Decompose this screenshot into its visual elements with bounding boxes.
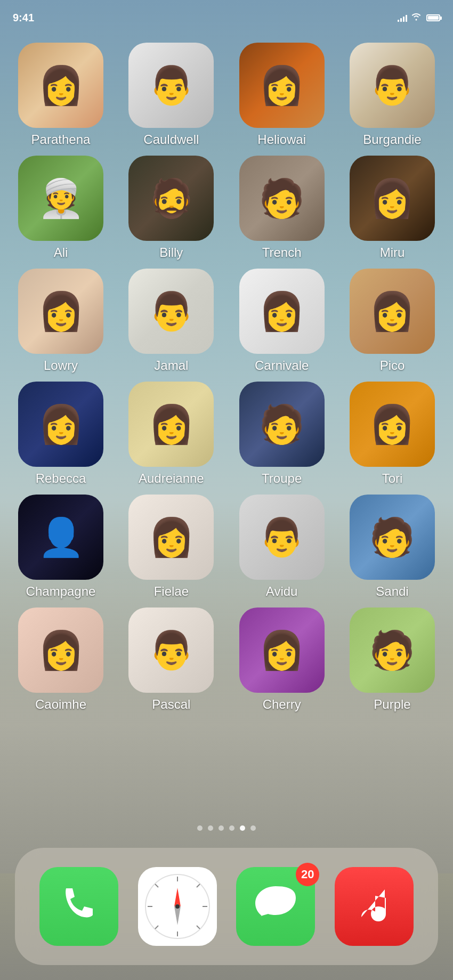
phone-icon	[58, 884, 100, 929]
app-icon-fielae[interactable]: 👩	[128, 495, 214, 580]
app-label-avidu: Avidu	[266, 584, 298, 599]
app-icon-pico[interactable]: 👩	[350, 269, 435, 354]
app-item-fielae[interactable]: 👩 Fielae	[125, 495, 217, 599]
music-app-icon[interactable]	[335, 867, 414, 946]
app-row-3: 👩 Rebecca 👩 Audreianne 🧑 Troupe 👩 Tori	[15, 382, 438, 486]
app-icon-lowry[interactable]: 👩	[18, 269, 103, 354]
avatar-face-cauldwell: 👨	[128, 43, 214, 128]
app-row-5: 👩 Caoimhe 👨 Pascal 👩 Cherry 🧑 Purple	[15, 608, 438, 712]
app-item-champagne[interactable]: 👤 Champagne	[15, 495, 107, 599]
avatar-face-troupe: 🧑	[239, 382, 325, 467]
app-icon-trench[interactable]: 🧑	[239, 156, 325, 241]
app-icon-parathena[interactable]: 👩	[18, 43, 103, 128]
app-item-tori[interactable]: 👩 Tori	[346, 382, 438, 486]
app-icon-troupe[interactable]: 🧑	[239, 382, 325, 467]
app-item-audreianne[interactable]: 👩 Audreianne	[125, 382, 217, 486]
avatar-face-pascal: 👨	[128, 608, 214, 693]
avatar-face-heliowai: 👩	[239, 43, 325, 128]
status-bar: 9:41	[0, 0, 453, 29]
signal-icon	[398, 14, 407, 22]
avatar-face-carnivale: 👩	[239, 269, 325, 354]
app-item-pascal[interactable]: 👨 Pascal	[125, 608, 217, 712]
page-dot-4[interactable]	[240, 825, 245, 831]
app-label-ali: Ali	[54, 245, 68, 260]
app-item-jamal[interactable]: 👨 Jamal	[125, 269, 217, 373]
app-icon-rebecca[interactable]: 👩	[18, 382, 103, 467]
app-item-parathena[interactable]: 👩 Parathena	[15, 43, 107, 147]
app-row-2: 👩 Lowry 👨 Jamal 👩 Carnivale 👩 Pico	[15, 269, 438, 373]
avatar-face-fielae: 👩	[128, 495, 214, 580]
app-item-caoimhe[interactable]: 👩 Caoimhe	[15, 608, 107, 712]
page-dots	[0, 825, 453, 831]
app-label-rebecca: Rebecca	[36, 471, 86, 486]
app-item-billy[interactable]: 🧔 Billy	[125, 156, 217, 260]
app-item-purple[interactable]: 🧑 Purple	[346, 608, 438, 712]
avatar-face-champagne: 👤	[18, 495, 103, 580]
app-icon-avidu[interactable]: 👨	[239, 495, 325, 580]
app-icon-caoimhe[interactable]: 👩	[18, 608, 103, 693]
dock: 20	[15, 848, 438, 965]
app-label-billy: Billy	[159, 245, 183, 260]
dock-item-messages[interactable]: 20	[236, 867, 315, 946]
app-item-troupe[interactable]: 🧑 Troupe	[236, 382, 328, 486]
app-item-lowry[interactable]: 👩 Lowry	[15, 269, 107, 373]
app-icon-miru[interactable]: 👩	[350, 156, 435, 241]
avatar-face-sandi: 🧑	[350, 495, 435, 580]
app-row-4: 👤 Champagne 👩 Fielae 👨 Avidu 🧑 Sandi	[15, 495, 438, 599]
app-item-cauldwell[interactable]: 👨 Cauldwell	[125, 43, 217, 147]
app-grid: 👩 Parathena 👨 Cauldwell 👩 Heliowai 👨 Bur…	[0, 37, 453, 726]
app-label-cauldwell: Cauldwell	[143, 132, 199, 147]
app-icon-champagne[interactable]: 👤	[18, 495, 103, 580]
avatar-face-pico: 👩	[350, 269, 435, 354]
app-label-carnivale: Carnivale	[255, 358, 309, 373]
app-item-avidu[interactable]: 👨 Avidu	[236, 495, 328, 599]
avatar-face-audreianne: 👩	[128, 382, 214, 467]
app-row-0: 👩 Parathena 👨 Cauldwell 👩 Heliowai 👨 Bur…	[15, 43, 438, 147]
app-icon-carnivale[interactable]: 👩	[239, 269, 325, 354]
app-label-pico: Pico	[380, 358, 405, 373]
avatar-face-ali: 👳	[18, 156, 103, 241]
app-icon-heliowai[interactable]: 👩	[239, 43, 325, 128]
app-item-heliowai[interactable]: 👩 Heliowai	[236, 43, 328, 147]
app-icon-jamal[interactable]: 👨	[128, 269, 214, 354]
app-label-troupe: Troupe	[262, 471, 302, 486]
app-item-rebecca[interactable]: 👩 Rebecca	[15, 382, 107, 486]
app-icon-sandi[interactable]: 🧑	[350, 495, 435, 580]
app-icon-billy[interactable]: 🧔	[128, 156, 214, 241]
page-dot-2[interactable]	[219, 825, 224, 831]
page-dot-0[interactable]	[197, 825, 203, 831]
app-label-champagne: Champagne	[26, 584, 96, 599]
app-icon-audreianne[interactable]: 👩	[128, 382, 214, 467]
app-icon-cauldwell[interactable]: 👨	[128, 43, 214, 128]
page-dot-3[interactable]	[229, 825, 234, 831]
dock-item-safari[interactable]	[138, 867, 217, 946]
app-item-cherry[interactable]: 👩 Cherry	[236, 608, 328, 712]
app-label-pascal: Pascal	[152, 697, 190, 712]
phone-app-icon[interactable]	[39, 867, 118, 946]
app-icon-pascal[interactable]: 👨	[128, 608, 214, 693]
app-item-pico[interactable]: 👩 Pico	[346, 269, 438, 373]
app-row-1: 👳 Ali 🧔 Billy 🧑 Trench 👩 Miru	[15, 156, 438, 260]
app-icon-purple[interactable]: 🧑	[350, 608, 435, 693]
app-item-ali[interactable]: 👳 Ali	[15, 156, 107, 260]
dock-item-music[interactable]	[335, 867, 414, 946]
app-item-carnivale[interactable]: 👩 Carnivale	[236, 269, 328, 373]
app-label-sandi: Sandi	[376, 584, 408, 599]
avatar-face-tori: 👩	[350, 382, 435, 467]
dock-item-phone[interactable]	[39, 867, 118, 946]
app-icon-burgandie[interactable]: 👨	[350, 43, 435, 128]
page-dot-5[interactable]	[250, 825, 256, 831]
avatar-face-cherry: 👩	[239, 608, 325, 693]
page-dot-1[interactable]	[208, 825, 213, 831]
app-item-miru[interactable]: 👩 Miru	[346, 156, 438, 260]
app-icon-tori[interactable]: 👩	[350, 382, 435, 467]
avatar-face-caoimhe: 👩	[18, 608, 103, 693]
app-icon-cherry[interactable]: 👩	[239, 608, 325, 693]
safari-app-icon[interactable]	[138, 867, 217, 946]
app-icon-ali[interactable]: 👳	[18, 156, 103, 241]
app-item-sandi[interactable]: 🧑 Sandi	[346, 495, 438, 599]
avatar-face-purple: 🧑	[350, 608, 435, 693]
app-item-burgandie[interactable]: 👨 Burgandie	[346, 43, 438, 147]
app-item-trench[interactable]: 🧑 Trench	[236, 156, 328, 260]
svg-point-12	[175, 904, 180, 909]
